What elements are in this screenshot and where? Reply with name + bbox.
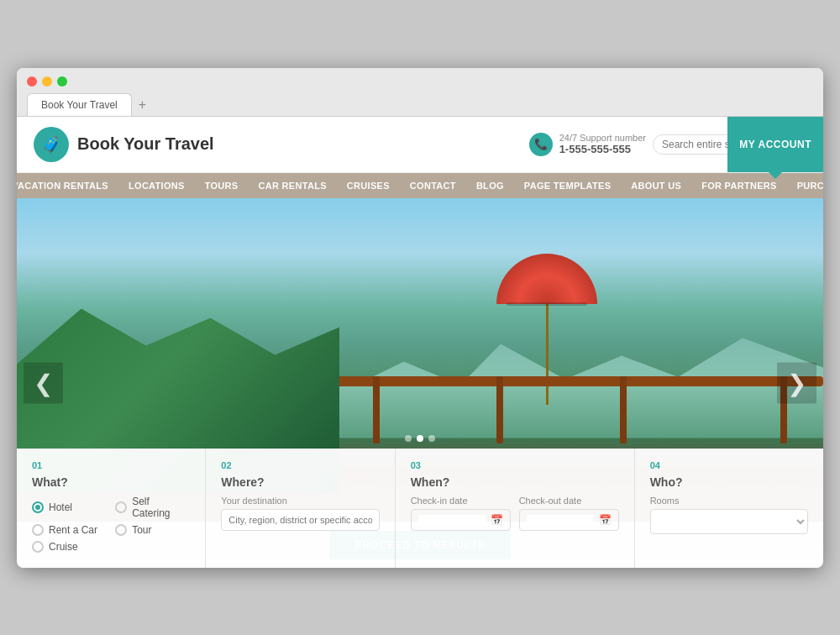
option-hotel[interactable]: Hotel	[32, 496, 107, 519]
search-form-container: 01 What? Hotel Self Catering	[17, 522, 823, 568]
checkout-label: Check-out date	[519, 496, 619, 506]
checkin-calendar-icon: 📅	[491, 514, 503, 526]
nav-page-templates[interactable]: PAGE TEMPLATES	[514, 173, 621, 198]
option-cruise[interactable]: Cruise	[32, 541, 107, 553]
browser-tab[interactable]: Book Your Travel	[27, 93, 132, 116]
browser-window: Book Your Travel + 🧳 Book Your Travel 📞 …	[17, 68, 823, 568]
form-when-section: 03 When? Check-in date 📅 Check-out date	[396, 449, 635, 568]
browser-chrome: Book Your Travel +	[17, 68, 823, 117]
option-self-catering-label: Self Catering	[132, 496, 190, 519]
search-form: 01 What? Hotel Self Catering	[17, 449, 823, 568]
option-cruise-label: Cruise	[49, 541, 78, 553]
nav-tours[interactable]: TOURS	[195, 173, 249, 198]
my-account-button[interactable]: MY ACCOUNT	[727, 117, 823, 172]
deck-post-1	[134, 376, 140, 443]
deck-post-4	[496, 376, 503, 443]
radio-cruise[interactable]	[32, 541, 44, 553]
radio-rent-a-car[interactable]	[32, 524, 44, 536]
nav-cruises[interactable]: CRUISES	[337, 173, 400, 198]
option-self-catering[interactable]: Self Catering	[115, 496, 190, 519]
umbrella-canopy	[496, 254, 597, 304]
radio-hotel[interactable]	[32, 501, 44, 513]
support-info: 24/7 Support number 1-555-555-555	[559, 133, 646, 155]
date-fields: Check-in date 📅 Check-out date 📅	[411, 496, 619, 536]
nav-car-rentals[interactable]: CAR RENTALS	[248, 173, 336, 198]
section3-number: 03	[411, 460, 619, 470]
hero-dot-2[interactable]	[417, 435, 423, 442]
new-tab-button[interactable]: +	[139, 97, 146, 116]
phone-number: 1-555-555-555	[559, 143, 646, 155]
nav-locations[interactable]: LOCATIONS	[118, 173, 195, 198]
form-what-section: 01 What? Hotel Self Catering	[17, 449, 206, 568]
site-header: 🧳 Book Your Travel 📞 24/7 Support number…	[17, 117, 823, 173]
section2-title: Where?	[221, 475, 379, 489]
destination-label: Your destination	[221, 496, 379, 506]
destination-input[interactable]	[221, 509, 379, 531]
checkin-label: Check-in date	[411, 496, 511, 506]
checkin-group: Check-in date 📅	[411, 496, 511, 536]
option-rent-a-car-label: Rent a Car	[49, 524, 97, 536]
hero-next-arrow[interactable]: ❯	[777, 362, 816, 403]
logo-area: 🧳 Book Your Travel	[34, 127, 214, 162]
deck-post-2	[243, 376, 249, 443]
hero-prev-arrow[interactable]: ❮	[24, 362, 63, 403]
maximize-button[interactable]	[57, 76, 67, 87]
section4-number: 04	[650, 460, 808, 470]
deck-post-5	[620, 376, 627, 443]
option-tour[interactable]: Tour	[115, 524, 190, 536]
section1-number: 01	[32, 460, 190, 470]
hero-dot-3[interactable]	[428, 435, 435, 442]
browser-buttons	[27, 76, 813, 87]
deck-post-3	[373, 376, 380, 443]
logo-icon: 🧳	[34, 127, 69, 162]
section3-title: When?	[411, 475, 619, 489]
form-who-section: 04 Who? Rooms 1 2 3	[635, 449, 823, 568]
logo-text: Book Your Travel	[77, 134, 214, 154]
checkout-input[interactable]	[527, 515, 594, 525]
browser-tab-bar: Book Your Travel +	[27, 93, 813, 116]
phone-icon: 📞	[529, 133, 553, 156]
nav-about-us[interactable]: ABOUT US	[621, 173, 691, 198]
checkout-group: Check-out date 📅	[519, 496, 619, 536]
radio-tour[interactable]	[115, 524, 127, 536]
option-tour-label: Tour	[132, 524, 151, 536]
checkin-date-field: 📅	[411, 509, 511, 531]
nav-vacation-rentals[interactable]: VACATION RENTALS	[17, 173, 118, 198]
nav-bar: HOTELS VACATION RENTALS LOCATIONS TOURS …	[17, 173, 823, 198]
nav-blog[interactable]: BLOG	[466, 173, 514, 198]
radio-self-catering[interactable]	[115, 501, 127, 513]
hero-section: ❮ ❯ 01 What? Hotel	[17, 198, 823, 568]
rooms-label: Rooms	[650, 496, 808, 506]
form-where-section: 02 Where? Your destination	[206, 449, 395, 568]
deck-rail	[97, 376, 823, 386]
section1-title: What?	[32, 475, 190, 489]
nav-contact[interactable]: CONTACT	[400, 173, 466, 198]
option-rent-a-car[interactable]: Rent a Car	[32, 524, 107, 536]
rooms-select[interactable]: 1 2 3	[650, 509, 808, 534]
checkout-calendar-icon: 📅	[599, 514, 612, 526]
minimize-button[interactable]	[42, 76, 52, 87]
section4-title: Who?	[650, 475, 808, 489]
checkin-input[interactable]	[418, 515, 486, 525]
option-hotel-label: Hotel	[49, 501, 72, 513]
nav-purchase-theme[interactable]: PURCHASE THEME	[787, 173, 823, 198]
checkout-date-field: 📅	[519, 509, 619, 531]
form-options-grid: Hotel Self Catering Rent a Car Tour	[32, 496, 190, 556]
hero-dots	[405, 435, 435, 442]
hero-dot-1[interactable]	[405, 435, 412, 442]
support-label: 24/7 Support number	[559, 133, 646, 143]
close-button[interactable]	[27, 76, 37, 87]
section2-number: 02	[221, 460, 379, 470]
